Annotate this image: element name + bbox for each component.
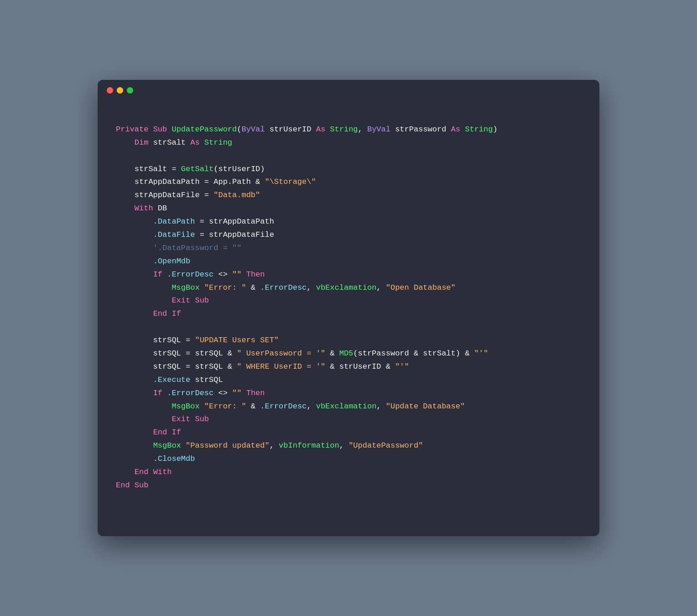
code-line: MsgBox "Error: " & .ErrorDesc, vbExclama… <box>116 400 581 413</box>
code-line: .Execute strSQL <box>116 374 581 387</box>
code-line: MsgBox "Error: " & .ErrorDesc, vbExclama… <box>116 282 581 295</box>
keyword: Dim <box>135 138 153 147</box>
string-literal: "Error: " <box>204 402 246 411</box>
property: .ErrorDesc <box>260 402 307 411</box>
code-text: strSQL = strSQL & <box>116 349 237 358</box>
property: .DataPath <box>153 217 195 226</box>
code-line <box>116 110 581 123</box>
code-text: , <box>376 283 385 292</box>
code-text <box>116 468 135 476</box>
code-line: Exit Sub <box>116 413 581 426</box>
code-line: strSalt = GetSalt(strUserID) <box>116 163 581 176</box>
keyword: Exit <box>172 296 195 305</box>
code-text: & strUserID & <box>325 362 395 371</box>
code-line: MsgBox "Password updated", vbInformation… <box>116 439 581 453</box>
keyword: ByVal <box>367 125 395 134</box>
code-text <box>116 283 172 292</box>
code-text: strAppDataFile = <box>116 191 213 199</box>
keyword: If <box>153 270 167 279</box>
code-text: strSalt <box>135 165 172 173</box>
keyword: End <box>153 428 172 437</box>
code-text <box>116 402 172 411</box>
constant: vbExclamation <box>316 402 377 411</box>
code-text <box>116 204 135 213</box>
titlebar <box>98 80 599 101</box>
code-editor: Private Sub UpdatePassword(ByVal strUser… <box>98 101 599 524</box>
code-text: strSQL <box>190 376 223 384</box>
code-line: strSQL = "UPDATE Users SET" <box>116 334 581 347</box>
code-line <box>116 150 581 163</box>
code-line: strAppDataPath = App.Path & "\Storage\" <box>116 176 581 189</box>
code-text: ) <box>493 125 497 134</box>
keyword: If <box>153 389 167 397</box>
string-literal: "Error: " <box>204 283 246 292</box>
code-text: , <box>358 125 367 134</box>
string-literal: "UPDATE Users SET" <box>195 336 279 345</box>
minimize-button[interactable] <box>117 87 123 94</box>
string-literal: "Open Database" <box>386 283 456 292</box>
code-line: .CloseMdb <box>116 453 581 466</box>
string-literal: "" <box>232 389 241 397</box>
code-text: , <box>270 441 279 450</box>
code-text: & <box>325 349 339 358</box>
code-text <box>116 165 135 173</box>
code-line <box>116 321 581 334</box>
code-line: End With <box>116 466 581 479</box>
code-text <box>241 270 246 279</box>
keyword: Sub <box>135 481 149 490</box>
code-text <box>116 309 153 318</box>
code-text: ( <box>237 125 241 134</box>
close-button[interactable] <box>107 87 113 94</box>
keyword: End <box>116 481 135 490</box>
string-literal: "" <box>232 270 241 279</box>
code-text: DB <box>158 204 167 213</box>
code-text <box>116 217 153 226</box>
property: .CloseMdb <box>153 454 195 463</box>
property: .DataFile <box>153 230 195 239</box>
code-line: .OpenMdb <box>116 255 581 268</box>
keyword: End <box>135 468 153 476</box>
code-text <box>116 138 135 147</box>
function-call: MD5 <box>339 349 354 358</box>
code-window: Private Sub UpdatePassword(ByVal strUser… <box>98 80 599 536</box>
code-text <box>116 270 153 279</box>
keyword: ByVal <box>241 125 269 134</box>
code-line: With DB <box>116 202 581 215</box>
code-line: strSQL = strSQL & " WHERE UserID = '" & … <box>116 360 581 374</box>
function-call: GetSalt <box>181 165 213 173</box>
code-line: .DataPath = strAppDataPath <box>116 215 581 229</box>
code-text: = strAppDataPath <box>195 217 274 226</box>
string-literal: "'" <box>395 362 409 371</box>
property: .ErrorDesc <box>260 283 307 292</box>
code-text: strUserID <box>270 125 316 134</box>
code-text <box>116 415 172 423</box>
code-text: & <box>246 283 260 292</box>
string-literal: "Password updated" <box>186 441 270 450</box>
code-text: (strUserID) <box>213 165 265 173</box>
string-literal: "UpdatePassword" <box>348 441 423 450</box>
function-name: UpdatePassword <box>172 125 237 134</box>
code-text: strSalt <box>153 138 191 147</box>
code-text: , <box>307 402 316 411</box>
code-text: & <box>246 402 260 411</box>
keyword: As <box>190 138 204 147</box>
code-line: If .ErrorDesc <> "" Then <box>116 387 581 400</box>
maximize-button[interactable] <box>127 87 133 94</box>
property: .ErrorDesc <box>167 270 213 279</box>
code-text <box>241 389 246 397</box>
function-call: MsgBox <box>153 441 186 450</box>
code-text <box>116 441 153 450</box>
string-literal: "Update Database" <box>386 402 465 411</box>
type-name: String <box>330 125 358 134</box>
constant: vbInformation <box>279 441 339 450</box>
keyword: Sub <box>195 415 209 423</box>
keyword: End <box>153 309 172 318</box>
code-line: Private Sub UpdatePassword(ByVal strUser… <box>116 123 581 136</box>
code-line: If .ErrorDesc <> "" Then <box>116 268 581 282</box>
property: .OpenMdb <box>153 257 191 266</box>
string-literal: "'" <box>474 349 489 358</box>
code-line <box>116 492 581 506</box>
code-line: End If <box>116 426 581 439</box>
code-text <box>116 376 153 384</box>
code-text: strPassword <box>395 125 451 134</box>
